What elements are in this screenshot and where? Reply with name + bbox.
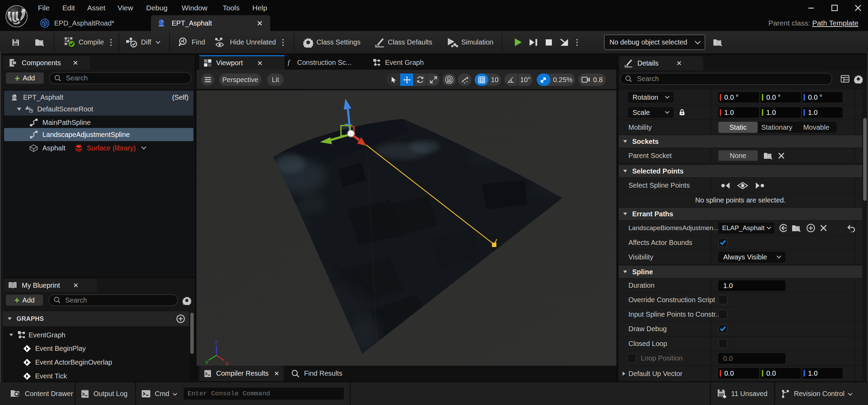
svg-text:Z: Z — [215, 339, 218, 345]
svg-text:Y: Y — [205, 359, 209, 365]
